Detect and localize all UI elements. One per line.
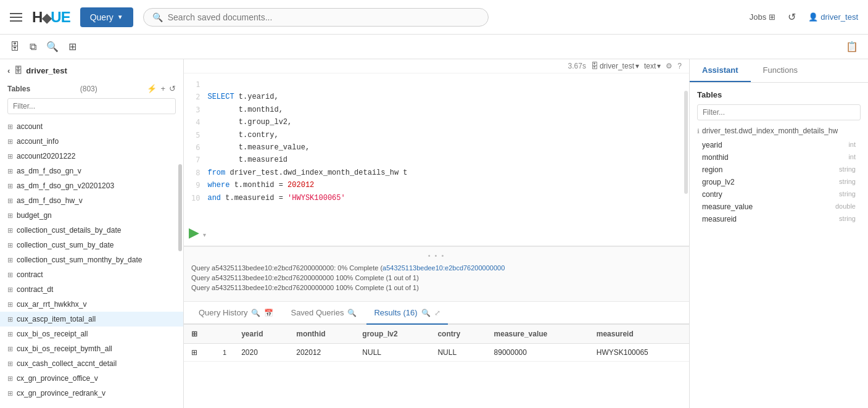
col-num [215,325,234,344]
tab-functions[interactable]: Functions [751,59,810,82]
col-yearid[interactable]: yearid [234,325,289,344]
table-item[interactable]: ⊞account [0,119,183,134]
table-icon: ⊞ [7,330,13,338]
saved-queries-search-icon[interactable]: 🔍 [347,309,357,317]
cell-group_lv2: NULL [355,344,430,362]
line-numbers: 12345678910 [184,78,207,217]
tab-assistant[interactable]: Assistant [690,59,751,82]
table-item[interactable]: ⊞cux_bi_os_receipt_bymth_all [0,341,183,356]
jobs-button[interactable]: Jobs ⊞ [750,12,775,22]
hamburger-button[interactable] [10,13,22,22]
query-history-search-icon[interactable]: 🔍 [251,309,260,317]
table-item[interactable]: ⊞cux_cash_collect_accnt_detail [0,356,183,371]
nav-right: Jobs ⊞ ↺ 👤 driver_test [750,11,858,23]
tables-filter-input[interactable] [7,98,176,114]
editor-scrollbar[interactable] [684,91,688,194]
right-content: Tables ℹ driver_test.dwd_index_month_det… [690,83,868,408]
grid-icon[interactable]: ⊞ [68,41,76,52]
schema-filter-input[interactable] [697,104,861,120]
table-icon: ⊞ [7,286,13,294]
table-item[interactable]: ⊞collection_cust_sum_monthy_by_date [0,252,183,267]
run-button[interactable]: ▶ [189,225,199,241]
results-expand-icon[interactable]: ⤢ [434,309,440,317]
db-icon: 🗄 [14,65,22,75]
cell-monthid: 202012 [289,344,355,362]
col-monthid[interactable]: monthid [289,325,355,344]
search-sub-icon[interactable]: 🔍 [46,41,59,52]
table-item[interactable]: ⊞as_dm_f_dso_gn_v [0,164,183,178]
search-icon: 🔍 [152,12,163,22]
table-icon: ⊞ [7,152,13,160]
schema-col-region[interactable]: region string [697,164,861,176]
editor-toolbar: 3.67s 🗄 driver_test ▾ text ▾ ⚙ ? [184,59,689,73]
tables-filter-area [0,96,183,119]
query-link[interactable]: a54325113bedee10:e2bcd76200000000 [382,264,505,272]
document-icon[interactable]: 📋 [846,41,858,52]
format-dropdown-icon: ▾ [657,62,661,70]
schema-col-measure_value[interactable]: measure_value double [697,201,861,213]
table-icon: ⊞ [7,241,13,249]
back-button[interactable]: ‹ [7,66,10,75]
table-item[interactable]: ⊞collection_cust_sum_by_date [0,238,183,252]
table-item[interactable]: ⊞budget_gn [0,208,183,223]
schema-col-yearid[interactable]: yearid int [697,139,861,151]
tab-saved-queries[interactable]: Saved Queries 🔍 [283,302,364,325]
schema-col-group_lv2[interactable]: group_lv2 string [697,176,861,188]
table-item[interactable]: ⊞as_dm_f_dso_hw_v [0,193,183,208]
settings-icon[interactable]: ⚙ [666,62,672,70]
table-icon: ⊞ [7,389,13,398]
table-item[interactable]: ⊞cx_gn_province_office_v [0,371,183,386]
db-dropdown-icon: ▾ [635,62,639,70]
schema-col-monthid[interactable]: monthid int [697,151,861,164]
table-item[interactable]: ⊞as_dm_f_dso_gn_v20201203 [0,178,183,193]
table-item[interactable]: ⊞cx_gn_province_redrank_v [0,386,183,401]
table-item[interactable]: ⊞cux_bi_os_receipt_all [0,327,183,341]
schema-col-contry[interactable]: contry string [697,188,861,201]
query-button[interactable]: Query ▼ [80,7,133,27]
results-search-icon[interactable]: 🔍 [421,309,431,317]
database-icon[interactable]: 🗄 [10,41,20,52]
help-icon[interactable]: ? [677,62,682,70]
toolbar-db-selector[interactable]: 🗄 driver_test ▾ [591,62,639,70]
table-icon: ⊞ [7,182,13,190]
sidebar: ‹ 🗄 driver_test Tables (803) ⚡ + ↺ ⊞acco… [0,59,184,408]
table-item[interactable]: ⊞cux_ar_rrt_hwkkhx_v [0,297,183,312]
run-options-icon[interactable]: ▾ [203,231,206,238]
code-content[interactable]: SELECT t.yearid, t.monthid, t.group_lv2,… [207,78,407,217]
top-nav: H◆UE Query ▼ 🔍 Jobs ⊞ ↺ 👤 driver_test [0,0,868,35]
table-item[interactable]: ⊞contract_dt [0,282,183,297]
info-icon: ℹ [697,128,700,135]
tab-results[interactable]: Results (16) 🔍 ⤢ [366,302,447,325]
table-icon: ⊞ [7,227,13,235]
col-measureid[interactable]: measureid [589,325,689,344]
results-tabs-bar: Query History 🔍 📅 Saved Queries 🔍 Result… [184,302,689,325]
cell-measure_value: 89000000 [487,344,589,362]
toolbar-format-selector[interactable]: text ▾ [644,62,661,70]
copy-icon[interactable]: ⧉ [30,41,36,52]
add-table-icon[interactable]: + [160,84,165,93]
output-line-3: Query a54325113bedee10:e2bcd76200000000 … [191,283,682,293]
table-item-active[interactable]: ⊞cux_ascp_item_total_all [0,312,183,327]
db-name: driver_test [26,66,67,75]
table-icon: ⊞ [7,123,13,131]
user-menu[interactable]: 👤 driver_test [808,12,858,22]
history-icon[interactable]: ↺ [788,11,796,23]
filter-tables-icon[interactable]: ⚡ [147,84,157,93]
table-item[interactable]: ⊞collection_cust_details_by_date [0,223,183,238]
table-item[interactable]: ⊞contract [0,267,183,282]
tab-query-history[interactable]: Query History 🔍 📅 [191,302,281,325]
refresh-tables-icon[interactable]: ↺ [169,84,176,93]
col-measure_value[interactable]: measure_value [487,325,589,344]
table-item[interactable]: ⊞account20201222 [0,149,183,164]
col-contry[interactable]: contry [430,325,486,344]
query-time: 3.67s [568,62,586,70]
search-input[interactable] [168,12,479,22]
code-editor[interactable]: 12345678910 SELECT t.yearid, t.monthid, … [184,73,689,246]
table-item[interactable]: ⊞account_info [0,134,183,149]
toolbar-settings: ⚙ ? [666,62,682,70]
query-history-cal-icon[interactable]: 📅 [264,309,273,317]
sidebar-scrollbar[interactable] [178,164,182,251]
results-table: ⊞ yearid monthid group_lv2 contry measur… [184,325,689,362]
col-group_lv2[interactable]: group_lv2 [355,325,430,344]
schema-col-measureid[interactable]: measureid string [697,213,861,225]
